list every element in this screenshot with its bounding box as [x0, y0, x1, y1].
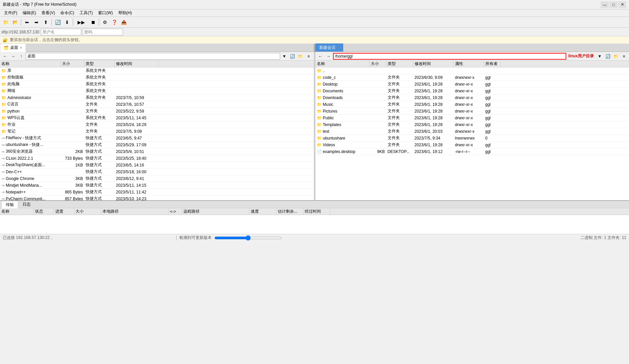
right-session-tab[interactable]: 新建会话 ✕ — [316, 43, 343, 52]
toolbar-open[interactable]: 📂 — [11, 18, 20, 26]
toolbar-btn-3[interactable]: 🔄 — [53, 18, 62, 26]
right-header-date[interactable]: 修改时间 — [413, 61, 454, 67]
left-tab-close[interactable]: ✕ — [20, 46, 22, 50]
list-item[interactable]: ⇒360安全浏览器 2KB 快捷方式 2023/5/9, 10:51 — [0, 148, 314, 155]
left-header-size[interactable]: 大小 — [61, 61, 84, 67]
toolbar-connect[interactable]: ▶▶ — [74, 18, 88, 26]
right-path-input[interactable] — [333, 53, 566, 60]
toolbar-transfer[interactable]: 📤 — [119, 18, 128, 26]
password-input[interactable] — [83, 29, 123, 35]
list-item[interactable]: 📁Downloads 文件夹 2023/6/1, 19:28 drwxr-xr-… — [316, 94, 629, 101]
list-item[interactable]: 📁Desktop 文件夹 2023/6/1, 19:28 drwxr-xr-x … — [316, 81, 629, 88]
right-view-btn[interactable]: ≡ — [620, 53, 628, 60]
left-header-type[interactable]: 类型 — [84, 61, 115, 67]
th-progress[interactable]: 进度 — [54, 208, 74, 215]
th-elapsed[interactable]: 经过时间 — [303, 208, 330, 215]
right-file-list[interactable]: 📁.. 📁code_c 文件夹 2023/6/30, 9:09 drwxrwxr… — [316, 67, 629, 200]
list-item[interactable]: ⇒Notepad++ 865 Bytes 快捷方式 2023/5/11, 11:… — [0, 189, 314, 195]
menu-command[interactable]: 命令(C) — [58, 9, 77, 17]
list-item[interactable]: 📁WPS云盘 系统文件夹 2023/5/11, 14:45 — [0, 115, 314, 121]
list-item[interactable]: 📁Public 文件夹 2023/6/1, 19:28 drwxr-xr-x g… — [316, 115, 629, 121]
right-new-folder-btn[interactable]: 📁 — [612, 53, 620, 60]
list-item[interactable]: 📁ubuntushare 文件夹 2023/7/5, 9:34 lrwxrwxr… — [316, 135, 629, 142]
right-header-perm[interactable]: 属性 — [454, 61, 484, 67]
toolbar-btn-4[interactable]: ⬇ — [63, 18, 71, 26]
list-item[interactable]: 📄examples.desktop 9KB DESKTOP... 2023/6/… — [316, 148, 629, 155]
left-file-list[interactable]: 📁库 系统文件夹 📁控制面板 系统文件夹 📁此电脑 系统文件夹 📁网络 系统文件… — [0, 67, 314, 200]
toolbar-up[interactable]: ⬆ — [41, 18, 50, 26]
list-item[interactable]: ⇒Google Chrome 3KB 快捷方式 2023/6/12, 9:41 — [0, 175, 314, 182]
list-item[interactable]: 📁Videos 文件夹 2023/6/1, 19:28 drwxr-xr-x g… — [316, 142, 629, 148]
maximize-button[interactable]: □ — [609, 1, 618, 8]
username-input[interactable] — [41, 29, 81, 35]
list-item[interactable]: 📁test 文件夹 2023/6/1, 20:03 drwxrwxr-x ggl — [316, 128, 629, 135]
th-status[interactable]: 状态 — [34, 208, 54, 215]
list-item[interactable]: 📁Templates 文件夹 2023/6/1, 19:28 drwxr-xr-… — [316, 121, 629, 128]
list-item[interactable]: 📁python 文件夹 2023/5/22, 9:59 — [0, 108, 314, 115]
list-item[interactable]: 📁code_c 文件夹 2023/6/30, 9:09 drwxrwxr-x g… — [316, 74, 629, 81]
left-back-btn[interactable]: ← — [1, 53, 9, 60]
list-item[interactable]: 📁C语言 文件夹 2023/7/6, 10:57 — [0, 101, 314, 108]
list-item[interactable]: 📁笔记 文件夹 2023/7/5, 9:09 — [0, 128, 314, 135]
menu-tools[interactable]: 工具(T) — [77, 9, 95, 17]
th-remote[interactable]: 远程路径 — [182, 208, 249, 215]
list-item[interactable]: 📁Administrator 系统文件夹 2023/7/5, 10:59 — [0, 94, 314, 101]
list-item[interactable]: ⇒FileRecv - 快捷方式 快捷方式 2023/6/5, 9:47 — [0, 135, 314, 142]
right-header-name[interactable]: 名称 — [316, 61, 369, 67]
status-slider[interactable] — [214, 235, 282, 241]
list-item[interactable]: ⇒Dev-C++ 快捷方式 2023/5/18, 16:00 — [0, 169, 314, 175]
right-forward-btn[interactable]: → — [325, 53, 332, 60]
list-item[interactable]: 📁控制面板 系统文件夹 — [0, 74, 314, 81]
toolbar-disconnect[interactable]: ⏹ — [89, 18, 97, 26]
menu-file[interactable]: 文件(F) — [1, 9, 20, 17]
right-header-size[interactable]: 大小 — [369, 61, 386, 67]
left-header-name[interactable]: 名称 — [0, 61, 61, 67]
right-header-type[interactable]: 类型 — [386, 61, 413, 67]
list-item[interactable]: 📁Music 文件夹 2023/6/1, 19:28 drwxr-xr-x gg… — [316, 101, 629, 108]
menu-window[interactable]: 窗口(W) — [95, 9, 115, 17]
toolbar-new-session[interactable]: 📁 — [1, 18, 10, 26]
th-size[interactable]: 大小 — [74, 208, 101, 215]
list-item[interactable]: ⇒DeskTopShare(桌面... 1KB 快捷方式 2023/6/5, 1… — [0, 162, 314, 169]
list-item[interactable]: ⇒Mindjet MindMana... 3KB 快捷方式 2023/5/11,… — [0, 182, 314, 189]
right-tab-close[interactable]: ✕ — [337, 46, 339, 50]
close-button[interactable]: ✕ — [618, 1, 626, 8]
list-item[interactable]: 📁此电脑 系统文件夹 — [0, 81, 314, 88]
list-item[interactable]: ⇒ubuntushare - 快捷... 快捷方式 2023/5/29, 17:… — [0, 142, 314, 148]
toolbar-help[interactable]: ❓ — [110, 18, 119, 26]
list-item[interactable]: 📁Documents 文件夹 2023/6/1, 19:28 drwxr-xr-… — [316, 88, 629, 94]
list-item[interactable]: ⇒PyCharm Communit... 857 Bytes 快捷方式 2023… — [0, 195, 314, 200]
menu-edit[interactable]: 编辑(E) — [20, 9, 39, 17]
right-refresh-btn[interactable]: 🔄 — [604, 53, 611, 60]
list-item[interactable]: 📁.. — [316, 67, 629, 74]
list-item[interactable]: 📁作业 文件夹 2023/5/24, 18:29 — [0, 121, 314, 128]
menu-help[interactable]: 帮助(H) — [116, 9, 135, 17]
th-eta[interactable]: 估计剩余... — [276, 208, 303, 215]
list-item[interactable]: 📁库 系统文件夹 — [0, 67, 314, 74]
toolbar-forward[interactable]: ➡ — [32, 18, 41, 26]
left-view-btn[interactable]: ≡ — [305, 53, 312, 60]
th-local[interactable]: 本地路径 — [101, 208, 169, 215]
right-path-dropdown[interactable]: ▼ — [596, 53, 603, 60]
transfer-tab-transfer[interactable]: 传输 — [1, 201, 18, 209]
left-path-dropdown[interactable]: ▼ — [281, 53, 288, 60]
right-back-btn[interactable]: ← — [317, 53, 324, 60]
right-header-owner[interactable]: 所有者 — [484, 61, 501, 67]
toolbar-back[interactable]: ⬅ — [23, 18, 31, 26]
left-header-date[interactable]: 修改时间 — [115, 61, 158, 67]
th-name[interactable]: 名称 — [0, 208, 34, 215]
left-refresh-btn[interactable]: 🔄 — [289, 53, 296, 60]
transfer-tab-log[interactable]: 日志 — [18, 201, 35, 208]
minimize-button[interactable]: — — [601, 1, 609, 8]
list-item[interactable]: ⇒CLion 2022.2.1 733 Bytes 快捷方式 2023/5/25… — [0, 155, 314, 162]
list-item[interactable]: 📁Pictures 文件夹 2023/6/1, 19:28 drwxr-xr-x… — [316, 108, 629, 115]
th-speed[interactable]: 速度 — [249, 208, 276, 215]
left-up-btn[interactable]: ↑ — [18, 53, 25, 60]
left-forward-btn[interactable]: → — [9, 53, 17, 60]
list-item[interactable]: 📁网络 系统文件夹 — [0, 88, 314, 94]
left-new-folder-btn[interactable]: 📁 — [297, 53, 304, 60]
menu-view[interactable]: 查看(V) — [39, 9, 58, 17]
left-path-input[interactable] — [26, 53, 280, 60]
left-session-tab[interactable]: 🗂️ 桌面 ✕ — [0, 43, 26, 52]
toolbar-settings[interactable]: ⚙ — [100, 18, 109, 26]
